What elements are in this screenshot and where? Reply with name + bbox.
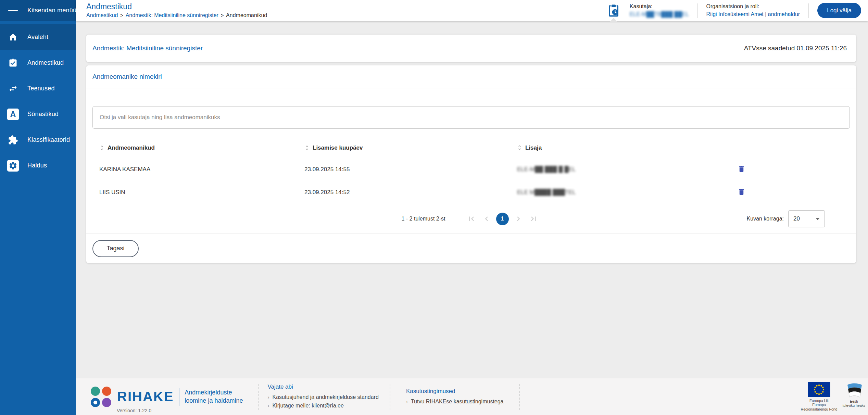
per-page-label: Kuvan korraga: [746, 216, 784, 222]
owners-card: Andmeomanike nimekiri Andmeomanikud Lisa… [86, 65, 856, 263]
chevron-right-icon: › [267, 393, 269, 401]
column-header-lisaja[interactable]: Lisaja [504, 144, 724, 151]
sidebar-item-teenused[interactable]: Teenused [0, 76, 76, 101]
terms-title: Kasutustingimused [406, 388, 504, 395]
table-row: KARINA KASEMAA 23.09.2025 14:55 ELE-M██ … [86, 158, 856, 181]
owners-card-title: Andmeomanike nimekiri [92, 73, 162, 80]
sidebar-item-label: Avaleht [27, 34, 48, 41]
sidebar-item-klassifikaatorid[interactable]: Klassifikaatorid [0, 127, 76, 153]
sidebar-item-label: Haldus [27, 162, 47, 169]
breadcrumb-link-andmestik[interactable]: Andmestik: Meditsiiniline sünniregister [126, 12, 218, 18]
logout-button[interactable]: Logi välja [817, 3, 861, 18]
sidebar-item-sonastikud[interactable]: A Sõnastikud [0, 101, 76, 127]
footer-divider [519, 384, 520, 410]
brand-tagline: Andmekirjelduste loomine ja haldamine [185, 389, 243, 405]
rihake-dots-icon [91, 387, 111, 407]
sidebar-item-andmestikud[interactable]: Andmestikud [0, 50, 76, 76]
clipboard-check-icon [7, 58, 20, 68]
header-divider [697, 3, 698, 18]
sidebar-item-label: Klassifikaatorid [27, 136, 70, 143]
per-page-select[interactable]: 20 [788, 210, 825, 227]
letter-a-icon: A [7, 109, 20, 120]
header-divider [808, 3, 809, 18]
swap-arrows-icon [7, 84, 20, 93]
next-page-button[interactable] [513, 213, 524, 225]
delete-owner-button[interactable] [737, 187, 746, 198]
home-icon [7, 33, 20, 42]
sort-icon [304, 145, 310, 151]
back-button[interactable]: Tagasi [92, 240, 139, 257]
chevron-down-icon [816, 218, 820, 220]
dataset-status: ATVsse saadetud 01.09.2025 11:26 [744, 45, 847, 52]
user-label: Kasutaja: [630, 3, 689, 10]
eu-flag-block: Euroopa Liit Euroopa Regionaalarengu Fon… [801, 382, 838, 412]
help-link-manual[interactable]: ›Kasutusjuhend ja andmekirjelduse standa… [267, 393, 378, 401]
footer-divider [258, 384, 259, 410]
organisation-block: Organisatsioon ja roll: Riigi Infosüstee… [706, 3, 800, 17]
eu-flag [808, 382, 830, 397]
help-title: Vajate abi [267, 383, 378, 390]
help-section: Vajate abi ›Kasutusjuhend ja andmekirjel… [267, 383, 378, 410]
user-name-redacted: ELE-M██TB███ ██EL [630, 11, 689, 17]
eu-flag-caption: Euroopa Liit Euroopa Regionaalarengu Fon… [801, 399, 838, 412]
trash-icon [738, 188, 745, 196]
breadcrumb-current: Andmeomanikud [226, 12, 267, 18]
terms-section: Kasutustingimused ›Tutvu RIHAKEse kasutu… [406, 388, 504, 406]
estonia-flag-block: Eesti tuleviku heaks [842, 382, 865, 408]
page-title: Andmestikud [86, 2, 267, 11]
brand-divider [179, 388, 179, 406]
last-page-button[interactable] [528, 213, 539, 225]
estonia-flag-caption: Eesti tuleviku heaks [842, 399, 865, 408]
organisation-value: Riigi Infosüsteemi Amet | andmehaldur [706, 11, 800, 17]
owners-table: Andmeomanikud Lisamise kuupäev Lisaja KA… [86, 138, 856, 204]
clipboard-clock-icon[interactable] [606, 2, 621, 19]
sidebar-item-label: Andmestikud [27, 59, 64, 66]
breadcrumb: Andmestikud>Andmestik: Meditsiiniline sü… [86, 12, 267, 18]
rihake-logo: RIHAKE Andmekirjelduste loomine ja halda… [91, 387, 243, 407]
previous-page-button[interactable] [481, 213, 492, 225]
delete-owner-button[interactable] [737, 164, 746, 175]
owner-added-date: 23.09.2025 14:55 [291, 166, 504, 173]
tooltip-arrow [609, 18, 618, 22]
footer-divider [390, 384, 390, 410]
breadcrumb-separator: > [221, 13, 224, 18]
owner-name: KARINA KASEMAA [86, 166, 291, 173]
sidebar-collapse-toggle[interactable]: Kitsendan menüü [0, 0, 76, 21]
organisation-label: Organisatsioon ja roll: [706, 3, 800, 10]
chevron-right-icon: › [406, 397, 408, 406]
dataset-card: Andmestik: Meditsiiniline sünniregister … [86, 35, 856, 62]
column-header-andmeomanikud[interactable]: Andmeomanikud [86, 144, 291, 151]
terms-link[interactable]: ›Tutvu RIHAKEse kasutustingimustega [406, 397, 504, 406]
content-area: Andmestik: Meditsiiniline sünniregister … [76, 21, 868, 378]
pagination: 1 - 2 tulemust 2-st 1 Kuvan korraga: [86, 204, 856, 234]
chevron-right-icon: › [267, 401, 269, 410]
trash-icon [738, 165, 745, 173]
owner-search-input[interactable] [92, 106, 850, 129]
sidebar: Kitsendan menüü Avaleht Andmestikud Teen… [0, 0, 76, 415]
sidebar-item-haldus[interactable]: Haldus [0, 153, 76, 178]
estonia-flag [844, 382, 864, 398]
owner-added-by-redacted: ELE-M██ ███ █ █EL [504, 166, 724, 173]
help-link-email[interactable]: ›Kirjutage meile: klient@ria.ee [267, 401, 378, 410]
page-number-button[interactable]: 1 [496, 213, 509, 225]
sidebar-item-avaleht[interactable]: Avaleht [0, 24, 76, 50]
first-page-button[interactable] [466, 213, 477, 225]
gear-icon [7, 160, 20, 172]
dataset-card-title: Andmestik: Meditsiiniline sünniregister [92, 45, 203, 52]
owner-added-by-redacted: ELE M████ ███TEL [504, 189, 724, 196]
sort-icon [99, 145, 104, 151]
user-block: Kasutaja: ELE-M██TB███ ██EL [630, 3, 689, 17]
pagination-summary: 1 - 2 tulemust 2-st [401, 216, 445, 222]
breadcrumb-link-andmestikud[interactable]: Andmestikud [86, 12, 118, 18]
table-row: LIIS USIN 23.09.2025 14:52 ELE M████ ███… [86, 181, 856, 204]
sidebar-collapse-label: Kitsendan menüü [27, 7, 76, 14]
owner-added-date: 23.09.2025 14:52 [291, 189, 504, 196]
sort-icon [517, 145, 522, 151]
puzzle-icon [7, 135, 20, 145]
footer: RIHAKE Andmekirjelduste loomine ja halda… [76, 378, 868, 415]
column-header-lisamise-kuupaev[interactable]: Lisamise kuupäev [291, 144, 504, 151]
collapse-menu-icon [7, 10, 20, 11]
top-header: Andmestikud Andmestikud>Andmestik: Medit… [76, 0, 868, 21]
sidebar-item-label: Sõnastikud [27, 111, 59, 118]
brand-name: RIHAKE [117, 389, 174, 404]
